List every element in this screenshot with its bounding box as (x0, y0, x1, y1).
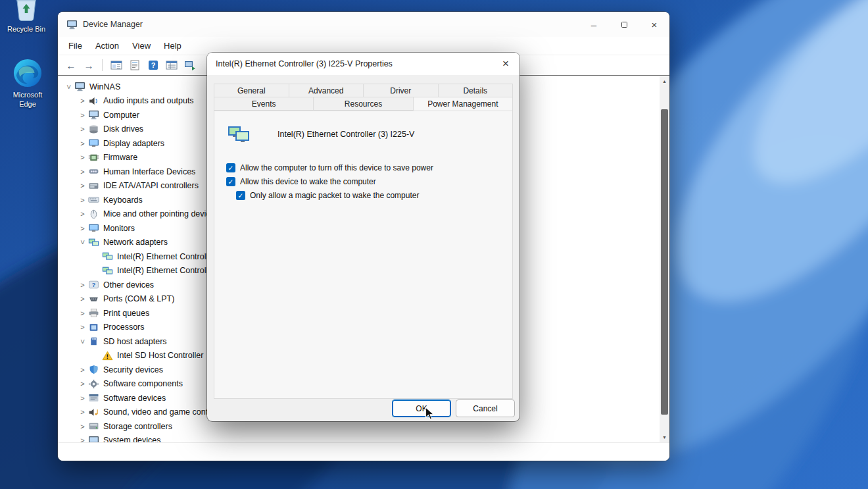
maximize-button[interactable] (609, 12, 639, 37)
checkbox-row[interactable]: ✓Allow this device to wake the computer (226, 177, 512, 186)
chevron-right-icon[interactable]: > (77, 380, 88, 388)
properties-icon[interactable] (163, 58, 180, 73)
tree-item-label: Firmware (103, 153, 137, 162)
chevron-right-icon[interactable]: > (77, 125, 88, 133)
hid-icon (88, 167, 99, 176)
warning-icon (102, 351, 113, 361)
tree-item[interactable]: >Storage controllers (58, 419, 660, 434)
tree-item-label: Keyboards (103, 195, 143, 205)
scrollbar-thumb[interactable] (661, 109, 668, 415)
forward-icon[interactable]: → (81, 60, 97, 71)
device-name: Intel(R) Ethernet Controller (3) I225-V (277, 130, 414, 139)
checkbox-row[interactable]: ✓Only allow a magic packet to wake the c… (236, 191, 512, 200)
power-management-pane: Intel(R) Ethernet Controller (3) I225-V … (214, 111, 513, 399)
checkbox-checked-icon[interactable]: ✓ (226, 177, 235, 186)
desktop-icon-recycle-bin[interactable]: Recycle Bin (3, 0, 50, 34)
tree-item-label: Human Interface Devices (103, 167, 195, 176)
tab-driver[interactable]: Driver (363, 84, 439, 97)
tab-row-2: EventsResourcesPower Management (214, 97, 513, 111)
tree-item[interactable]: >System devices (58, 434, 660, 443)
recycle-bin-icon (12, 0, 41, 24)
back-icon[interactable]: ← (63, 60, 79, 71)
vertical-scrollbar[interactable]: ▲ ▼ (660, 76, 669, 442)
edge-icon (12, 58, 43, 90)
chevron-right-icon[interactable]: > (77, 281, 88, 289)
chevron-right-icon[interactable]: > (77, 97, 88, 105)
ok-button[interactable]: OK (392, 399, 451, 417)
tab-row-1: GeneralAdvancedDriverDetails (214, 84, 513, 97)
tree-item-label: Intel SD Host Controller (117, 351, 203, 360)
chevron-down-icon[interactable]: > (79, 237, 87, 248)
chevron-right-icon[interactable]: > (77, 210, 88, 218)
dialog-titlebar[interactable]: Intel(R) Ethernet Controller (3) I225-V … (207, 53, 519, 75)
shield-icon (88, 365, 99, 374)
tree-item-label: Software devices (103, 394, 166, 403)
minimize-button[interactable]: – (579, 12, 609, 37)
tab-power-management[interactable]: Power Management (413, 97, 513, 111)
scroll-down-icon[interactable]: ▼ (660, 432, 669, 442)
power-options: ✓Allow the computer to turn off this dev… (226, 163, 512, 200)
svg-text:?: ? (92, 281, 96, 288)
desktop-icon-microsoft-edge[interactable]: Microsoft Edge (4, 58, 51, 109)
chevron-right-icon[interactable]: > (77, 394, 88, 402)
menu-help[interactable]: Help (157, 38, 188, 53)
tree-item-label: Other devices (103, 280, 154, 290)
tab-resources[interactable]: Resources (313, 97, 413, 111)
maximize-icon (621, 22, 627, 28)
close-button[interactable]: × (639, 12, 669, 37)
export-list-icon[interactable] (126, 58, 143, 73)
network-adapter-icon (228, 125, 250, 143)
chevron-right-icon[interactable]: > (77, 168, 88, 176)
chevron-right-icon[interactable]: > (77, 196, 88, 204)
tree-item-label: Software components (103, 379, 183, 388)
chevron-right-icon[interactable]: > (77, 408, 88, 416)
checkbox-row[interactable]: ✓Allow the computer to turn off this dev… (226, 163, 512, 172)
tab-general[interactable]: General (214, 84, 289, 97)
chevron-right-icon[interactable]: > (77, 182, 88, 190)
toolbar-separator (102, 59, 103, 71)
computer-icon (88, 110, 99, 120)
cancel-button[interactable]: Cancel (456, 399, 515, 417)
dialog-close-button[interactable]: × (492, 53, 519, 75)
help-icon[interactable]: ? (145, 58, 161, 73)
chevron-right-icon[interactable]: > (77, 366, 88, 374)
properties-dialog: Intel(R) Ethernet Controller (3) I225-V … (207, 53, 519, 421)
chevron-right-icon[interactable]: > (77, 224, 88, 232)
checkbox-label: Allow this device to wake the computer (240, 177, 376, 186)
sound-icon (88, 407, 99, 417)
chevron-right-icon[interactable]: > (77, 153, 88, 161)
tab-details[interactable]: Details (438, 84, 514, 97)
svg-text:?: ? (151, 61, 155, 69)
chevron-right-icon[interactable]: > (77, 309, 88, 317)
console-tree-icon[interactable] (108, 58, 124, 73)
menu-view[interactable]: View (126, 38, 157, 53)
chevron-right-icon[interactable]: > (77, 295, 88, 303)
tree-item-label: Monitors (103, 224, 135, 233)
menu-file[interactable]: File (62, 38, 89, 53)
scan-icon[interactable] (181, 58, 198, 73)
tree-item-label: Storage controllers (103, 422, 172, 431)
scroll-up-icon[interactable]: ▲ (660, 76, 669, 86)
display-icon (88, 138, 99, 148)
chevron-right-icon[interactable]: > (77, 436, 88, 442)
chevron-down-icon[interactable]: > (79, 336, 87, 347)
tab-events[interactable]: Events (214, 97, 314, 111)
chevron-right-icon[interactable]: > (77, 323, 88, 331)
menu-action[interactable]: Action (89, 38, 126, 53)
chevron-down-icon[interactable]: > (65, 81, 73, 92)
disk-icon (88, 124, 99, 134)
checkbox-label: Allow the computer to turn off this devi… (240, 163, 433, 172)
checkbox-checked-icon[interactable]: ✓ (226, 163, 235, 172)
chevron-right-icon[interactable]: > (77, 423, 88, 430)
tab-advanced[interactable]: Advanced (289, 84, 364, 97)
tree-item-label: System devices (103, 436, 161, 442)
desktop-icon-label: Recycle Bin (7, 25, 45, 34)
chevron-right-icon[interactable]: > (77, 140, 88, 147)
network-icon (102, 266, 113, 276)
window-title: Device Manager (83, 20, 143, 29)
ide-icon (88, 181, 99, 191)
chevron-right-icon[interactable]: > (77, 111, 88, 119)
storage-icon (88, 421, 99, 431)
window-titlebar[interactable]: Device Manager – × (58, 12, 669, 37)
checkbox-checked-icon[interactable]: ✓ (236, 191, 245, 200)
